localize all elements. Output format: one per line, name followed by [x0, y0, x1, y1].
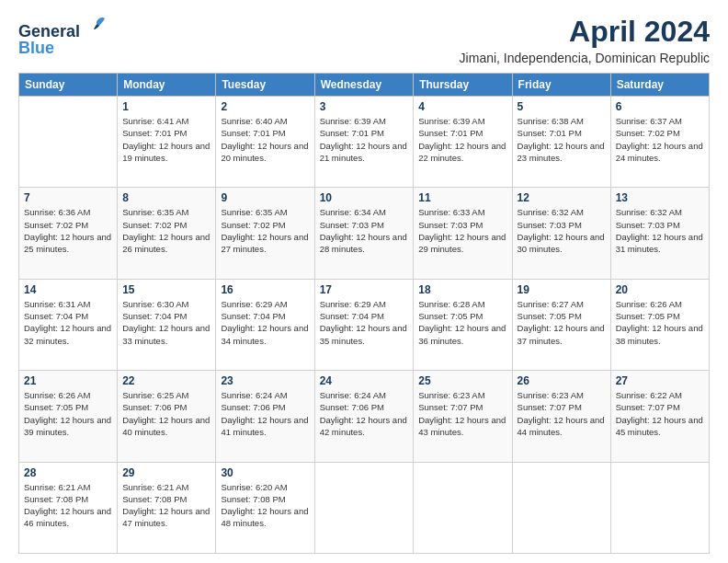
calendar-header-tuesday: Tuesday [216, 74, 314, 97]
logo-bird-icon [86, 15, 108, 37]
calendar-cell: 2Sunrise: 6:40 AMSunset: 7:01 PMDaylight… [216, 97, 314, 188]
day-number: 12 [518, 191, 606, 204]
title-area: April 2024 Jimani, Independencia, Domini… [460, 15, 710, 65]
calendar-cell: 4Sunrise: 6:39 AMSunset: 7:01 PMDaylight… [414, 97, 512, 188]
calendar-cell [314, 462, 414, 553]
day-detail: Sunrise: 6:28 AMSunset: 7:05 PMDaylight:… [418, 298, 506, 347]
day-detail: Sunrise: 6:21 AMSunset: 7:08 PMDaylight:… [122, 481, 210, 530]
day-number: 5 [518, 100, 606, 113]
day-number: 9 [221, 191, 309, 204]
day-number: 10 [320, 191, 409, 204]
calendar-cell: 10Sunrise: 6:34 AMSunset: 7:03 PMDayligh… [314, 188, 414, 279]
day-number: 27 [616, 374, 704, 387]
day-detail: Sunrise: 6:23 AMSunset: 7:07 PMDaylight:… [418, 389, 506, 438]
calendar-week-row: 7Sunrise: 6:36 AMSunset: 7:02 PMDaylight… [19, 188, 710, 279]
header: General Blue April 2024 Jimani, Independ… [18, 15, 710, 65]
calendar-cell [512, 462, 610, 553]
day-detail: Sunrise: 6:40 AMSunset: 7:01 PMDaylight:… [221, 115, 309, 164]
subtitle: Jimani, Independencia, Dominican Republi… [460, 51, 710, 65]
calendar-week-row: 1Sunrise: 6:41 AMSunset: 7:01 PMDaylight… [19, 97, 710, 188]
calendar-cell: 15Sunrise: 6:30 AMSunset: 7:04 PMDayligh… [118, 279, 216, 370]
calendar-cell: 7Sunrise: 6:36 AMSunset: 7:02 PMDaylight… [19, 188, 118, 279]
page: General Blue April 2024 Jimani, Independ… [0, 0, 728, 563]
calendar-cell: 27Sunrise: 6:22 AMSunset: 7:07 PMDayligh… [610, 371, 709, 462]
calendar-cell: 22Sunrise: 6:25 AMSunset: 7:06 PMDayligh… [118, 371, 216, 462]
calendar-cell: 6Sunrise: 6:37 AMSunset: 7:02 PMDaylight… [610, 97, 709, 188]
day-number: 11 [418, 191, 506, 204]
calendar-cell: 26Sunrise: 6:23 AMSunset: 7:07 PMDayligh… [512, 371, 610, 462]
calendar-cell: 30Sunrise: 6:20 AMSunset: 7:08 PMDayligh… [216, 462, 314, 553]
day-detail: Sunrise: 6:23 AMSunset: 7:07 PMDaylight:… [518, 389, 606, 438]
day-number: 6 [616, 100, 704, 113]
calendar-cell: 11Sunrise: 6:33 AMSunset: 7:03 PMDayligh… [414, 188, 512, 279]
day-detail: Sunrise: 6:29 AMSunset: 7:04 PMDaylight:… [320, 298, 409, 347]
day-detail: Sunrise: 6:21 AMSunset: 7:08 PMDaylight:… [24, 481, 112, 530]
day-detail: Sunrise: 6:37 AMSunset: 7:02 PMDaylight:… [616, 115, 704, 164]
day-number: 22 [122, 374, 210, 387]
day-number: 18 [418, 283, 506, 296]
calendar-header-saturday: Saturday [610, 74, 709, 97]
day-detail: Sunrise: 6:25 AMSunset: 7:06 PMDaylight:… [122, 389, 210, 438]
calendar-week-row: 21Sunrise: 6:26 AMSunset: 7:05 PMDayligh… [19, 371, 710, 462]
calendar-header-friday: Friday [512, 74, 610, 97]
day-detail: Sunrise: 6:26 AMSunset: 7:05 PMDaylight:… [616, 298, 704, 347]
calendar-cell: 8Sunrise: 6:35 AMSunset: 7:02 PMDaylight… [118, 188, 216, 279]
calendar-cell: 19Sunrise: 6:27 AMSunset: 7:05 PMDayligh… [512, 279, 610, 370]
day-detail: Sunrise: 6:29 AMSunset: 7:04 PMDaylight:… [221, 298, 309, 347]
day-number: 13 [616, 191, 704, 204]
day-detail: Sunrise: 6:38 AMSunset: 7:01 PMDaylight:… [518, 115, 606, 164]
day-number: 17 [320, 283, 409, 296]
calendar-cell: 20Sunrise: 6:26 AMSunset: 7:05 PMDayligh… [610, 279, 709, 370]
calendar-cell: 16Sunrise: 6:29 AMSunset: 7:04 PMDayligh… [216, 279, 314, 370]
day-number: 8 [122, 191, 210, 204]
day-number: 28 [24, 466, 112, 479]
day-number: 3 [320, 100, 409, 113]
day-detail: Sunrise: 6:39 AMSunset: 7:01 PMDaylight:… [320, 115, 409, 164]
day-detail: Sunrise: 6:20 AMSunset: 7:08 PMDaylight:… [221, 481, 309, 530]
calendar-cell: 23Sunrise: 6:24 AMSunset: 7:06 PMDayligh… [216, 371, 314, 462]
day-detail: Sunrise: 6:34 AMSunset: 7:03 PMDaylight:… [320, 206, 409, 255]
day-detail: Sunrise: 6:24 AMSunset: 7:06 PMDaylight:… [320, 389, 409, 438]
day-detail: Sunrise: 6:33 AMSunset: 7:03 PMDaylight:… [418, 206, 506, 255]
day-detail: Sunrise: 6:32 AMSunset: 7:03 PMDaylight:… [518, 206, 606, 255]
day-number: 23 [221, 374, 309, 387]
calendar-header-monday: Monday [118, 74, 216, 97]
day-number: 4 [418, 100, 506, 113]
day-number: 21 [24, 374, 112, 387]
day-detail: Sunrise: 6:27 AMSunset: 7:05 PMDaylight:… [518, 298, 606, 347]
calendar-cell: 14Sunrise: 6:31 AMSunset: 7:04 PMDayligh… [19, 279, 118, 370]
calendar-cell: 24Sunrise: 6:24 AMSunset: 7:06 PMDayligh… [314, 371, 414, 462]
day-detail: Sunrise: 6:36 AMSunset: 7:02 PMDaylight:… [24, 206, 112, 255]
day-detail: Sunrise: 6:41 AMSunset: 7:01 PMDaylight:… [122, 115, 210, 164]
day-number: 25 [418, 374, 506, 387]
main-title: April 2024 [460, 15, 710, 49]
day-number: 14 [24, 283, 112, 296]
day-number: 19 [518, 283, 606, 296]
calendar-cell: 17Sunrise: 6:29 AMSunset: 7:04 PMDayligh… [314, 279, 414, 370]
calendar-cell [414, 462, 512, 553]
calendar-header-thursday: Thursday [414, 74, 512, 97]
day-number: 2 [221, 100, 309, 113]
day-detail: Sunrise: 6:39 AMSunset: 7:01 PMDaylight:… [418, 115, 506, 164]
calendar-cell: 25Sunrise: 6:23 AMSunset: 7:07 PMDayligh… [414, 371, 512, 462]
calendar-cell: 5Sunrise: 6:38 AMSunset: 7:01 PMDaylight… [512, 97, 610, 188]
calendar-cell: 3Sunrise: 6:39 AMSunset: 7:01 PMDaylight… [314, 97, 414, 188]
day-detail: Sunrise: 6:32 AMSunset: 7:03 PMDaylight:… [616, 206, 704, 255]
calendar-header-sunday: Sunday [19, 74, 118, 97]
day-number: 24 [320, 374, 409, 387]
day-number: 30 [221, 466, 309, 479]
calendar-cell: 1Sunrise: 6:41 AMSunset: 7:01 PMDaylight… [118, 97, 216, 188]
calendar-table: SundayMondayTuesdayWednesdayThursdayFrid… [18, 73, 710, 554]
calendar-cell: 12Sunrise: 6:32 AMSunset: 7:03 PMDayligh… [512, 188, 610, 279]
calendar-cell: 21Sunrise: 6:26 AMSunset: 7:05 PMDayligh… [19, 371, 118, 462]
calendar-cell: 13Sunrise: 6:32 AMSunset: 7:03 PMDayligh… [610, 188, 709, 279]
calendar-cell: 9Sunrise: 6:35 AMSunset: 7:02 PMDaylight… [216, 188, 314, 279]
day-detail: Sunrise: 6:26 AMSunset: 7:05 PMDaylight:… [24, 389, 112, 438]
day-detail: Sunrise: 6:24 AMSunset: 7:06 PMDaylight:… [221, 389, 309, 438]
calendar-cell: 29Sunrise: 6:21 AMSunset: 7:08 PMDayligh… [118, 462, 216, 553]
logo: General Blue [18, 15, 108, 58]
calendar-header-row: SundayMondayTuesdayWednesdayThursdayFrid… [19, 74, 710, 97]
day-detail: Sunrise: 6:22 AMSunset: 7:07 PMDaylight:… [616, 389, 704, 438]
day-number: 29 [122, 466, 210, 479]
calendar-week-row: 14Sunrise: 6:31 AMSunset: 7:04 PMDayligh… [19, 279, 710, 370]
